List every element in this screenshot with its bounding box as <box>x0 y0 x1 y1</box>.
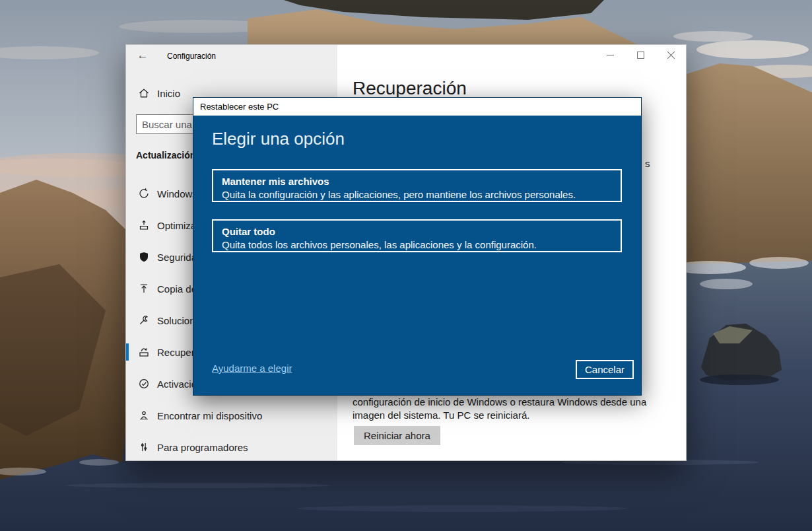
selected-indicator <box>126 343 129 361</box>
option-title: Quitar todo <box>222 226 621 237</box>
sidebar-home-label: Inicio <box>157 88 180 99</box>
reset-pc-dialog: Restablecer este PC Elegir una opción Ma… <box>193 97 642 396</box>
option-keep-my-files[interactable]: Mantener mis archivos Quita la configura… <box>212 169 622 202</box>
sidebar-item-developers[interactable]: Para programadores <box>126 434 337 460</box>
minimize-icon <box>607 52 614 59</box>
minimize-button[interactable] <box>595 45 625 65</box>
restart-now-button[interactable]: Reiniciar ahora <box>354 426 440 445</box>
sidebar-item-label: Copia de <box>157 283 197 295</box>
person-pin-icon <box>138 409 150 421</box>
dialog-titlebar: Restablecer este PC <box>193 98 641 116</box>
sidebar-section-header: Actualización <box>136 150 195 160</box>
window-titlebar: ← Configuración <box>126 45 686 66</box>
dialog-heading: Elegir una opción <box>212 129 345 149</box>
back-button[interactable]: ← <box>131 46 154 65</box>
sidebar-item-label: Encontrar mi dispositivo <box>157 410 262 421</box>
shield-icon <box>138 251 150 263</box>
sidebar-item-label: Segurida <box>157 252 197 263</box>
sidebar-item-label: Windows <box>157 188 197 199</box>
cancel-button[interactable]: Cancelar <box>576 360 634 379</box>
maximize-icon <box>637 52 644 59</box>
home-icon <box>138 87 150 99</box>
back-arrow-icon: ← <box>137 49 149 62</box>
wrench-icon <box>138 314 150 326</box>
window-title: Configuración <box>167 52 216 61</box>
option-title: Mantener mis archivos <box>222 176 621 187</box>
sidebar-item-label: Para programadores <box>157 442 248 453</box>
page-title: Recuperación <box>353 78 467 99</box>
sidebar-item-label: Optimiza <box>157 220 196 231</box>
dialog-title: Restablecer este PC <box>200 102 279 112</box>
close-icon <box>667 52 675 59</box>
window-controls <box>595 45 686 65</box>
recovery-icon <box>138 346 150 358</box>
option-remove-everything[interactable]: Quitar todo Quita todos los archivos per… <box>212 219 622 252</box>
maximize-button[interactable] <box>625 45 656 65</box>
option-description: Quita la configuración y las aplicacione… <box>222 189 621 200</box>
advanced-startup-line2: imagen del sistema. Tu PC se reiniciará. <box>353 409 646 422</box>
close-button[interactable] <box>656 45 686 65</box>
advanced-startup-text: configuración de inicio de Windows o res… <box>353 396 646 422</box>
check-circle-icon <box>138 378 150 390</box>
desktop: Inicio Actualización Windows Optimiza <box>0 0 812 531</box>
upload-arrow-icon <box>138 283 150 295</box>
sync-icon <box>138 188 150 199</box>
help-me-choose-link[interactable]: Ayudarme a elegir <box>212 363 292 374</box>
tray-up-arrow-icon <box>138 219 150 231</box>
option-description: Quita todos los archivos personales, las… <box>222 239 621 250</box>
sidebar-item-label: Activació <box>157 378 197 390</box>
content-text-fragment: s <box>645 158 650 169</box>
developer-sliders-icon <box>138 441 150 453</box>
advanced-startup-line1: configuración de inicio de Windows o res… <box>353 396 646 409</box>
sidebar-item-find-device[interactable]: Encontrar mi dispositivo <box>126 402 337 429</box>
